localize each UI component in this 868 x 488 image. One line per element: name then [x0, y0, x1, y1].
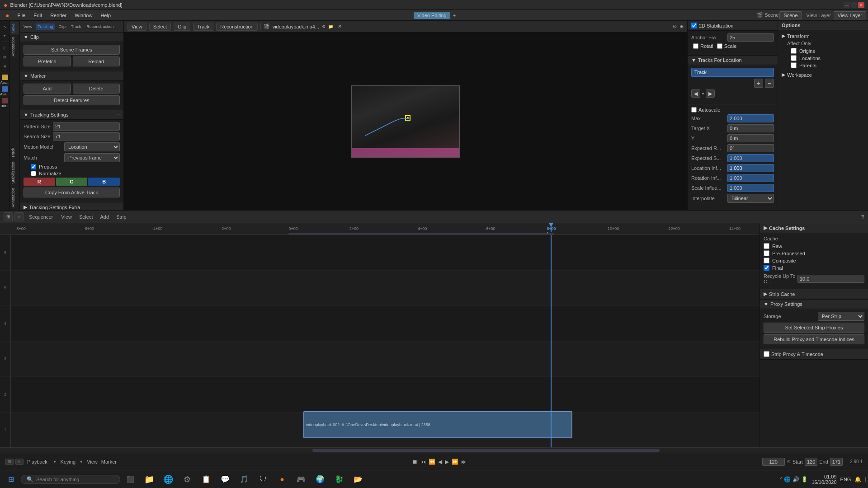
prev-button[interactable]: ◀ [691, 89, 700, 98]
play-reverse-button[interactable]: ◀ [438, 459, 442, 465]
reconstruction-tab[interactable]: Reconstruction [85, 23, 115, 30]
proxy-settings-header[interactable]: ▼ Proxy Settings [760, 300, 868, 309]
clip-tab[interactable]: Clip [57, 23, 68, 30]
playback-menu[interactable]: Playback [27, 459, 47, 465]
tracking-extra-header[interactable]: ▶ Tracking Settings Extra [20, 202, 123, 210]
locations-checkbox[interactable] [791, 55, 797, 61]
step-back-button[interactable]: ⏪ [429, 459, 435, 465]
select-menu-button[interactable]: Select [149, 23, 171, 31]
marker-menu[interactable]: Marker [101, 459, 117, 465]
tracking-settings-options[interactable]: ≡ [117, 113, 120, 117]
target-y-value[interactable]: 0 m [727, 134, 774, 142]
set-selected-strip-proxies-button[interactable]: Set Selected Strip Proxies [764, 323, 864, 333]
r-channel-button[interactable]: R [24, 178, 55, 186]
pre-processed-checkbox[interactable] [764, 250, 769, 256]
save-tab[interactable]: Save [10, 22, 19, 35]
gaming-button[interactable]: 🎮 [292, 471, 310, 488]
stab-enabled-checkbox[interactable] [691, 23, 697, 28]
blender-taskbar-icon[interactable]: ● [273, 471, 291, 488]
autoscale-checkbox[interactable] [691, 107, 697, 113]
expected-s-value[interactable]: 1.000 [727, 154, 774, 162]
maximize-button[interactable]: □ [851, 2, 857, 8]
folder-battlefield[interactable]: Bat... [0, 98, 9, 108]
scale-inf-value[interactable]: 1.000 [727, 184, 774, 192]
battery-icon[interactable]: 🔋 [801, 476, 808, 483]
keying-menu[interactable]: Keying [61, 459, 76, 465]
detect-features-button[interactable]: Detect Features [24, 95, 120, 105]
end-frame-input[interactable]: 171 [830, 458, 843, 466]
b-channel-button[interactable]: B [88, 178, 120, 186]
track-vert-tab[interactable]: Track [10, 146, 19, 160]
view-layer-selector[interactable]: View Layer [834, 11, 866, 19]
track-menu-button[interactable]: Track [193, 23, 213, 31]
spotify-button[interactable]: 🎵 [235, 471, 253, 488]
target-x-value[interactable]: 0 m [727, 124, 774, 132]
next-button[interactable]: ▶ [706, 89, 715, 98]
menu-window[interactable]: Window [71, 12, 96, 19]
file-explorer-button[interactable]: 📁 [140, 471, 158, 488]
raw-checkbox[interactable] [764, 243, 769, 249]
chrome-button[interactable]: 🌍 [311, 471, 329, 488]
motion-model-select[interactable]: Location [64, 142, 120, 151]
close-file-button[interactable]: ✕ [338, 23, 342, 29]
seq-strip-menu[interactable]: Strip [113, 213, 129, 221]
play-button[interactable]: ▶ [445, 459, 449, 465]
add-marker-button[interactable]: Add [24, 84, 71, 94]
track-tab[interactable]: Track [69, 23, 83, 30]
seq-icon-left[interactable]: ⊞ [4, 212, 13, 221]
tracking-tab[interactable]: Tracking [36, 23, 55, 30]
rotation-inf-value[interactable]: 1.000 [727, 174, 774, 182]
expected-r-value[interactable]: 0° [727, 144, 774, 152]
file-settings-icon[interactable]: ⚙ [322, 24, 326, 29]
prepass-checkbox[interactable] [31, 164, 36, 169]
match-select[interactable]: Previous frame [64, 153, 120, 162]
annotation-tab[interactable]: Annotation [10, 35, 19, 58]
menu-help[interactable]: Help [97, 12, 114, 19]
seq-cursor-icon[interactable]: ↖ [15, 459, 24, 465]
seq-horizontal-scrollbar[interactable] [0, 447, 868, 453]
tracking-settings-header[interactable]: ▼ Tracking Settings ≡ [20, 110, 123, 120]
seq-scroll-thumb[interactable] [312, 449, 660, 452]
add-track-button[interactable]: + [754, 79, 763, 88]
pattern-size-input[interactable] [53, 122, 120, 131]
track-name-input[interactable] [691, 68, 774, 77]
composite-checkbox[interactable] [764, 258, 769, 263]
edge-browser-button[interactable]: 🌐 [159, 471, 177, 488]
clip-section-header[interactable]: ▼ Clip [20, 33, 123, 42]
search-size-input[interactable] [53, 132, 120, 141]
seq-select-menu[interactable]: Select [76, 213, 96, 221]
active-workspace-badge[interactable]: Video Editing [414, 12, 450, 19]
marker-section-header[interactable]: ▼ Marker [20, 71, 123, 81]
seq-add-menu[interactable]: Add [97, 213, 112, 221]
close-button[interactable]: ✕ [858, 2, 864, 8]
folder-avatar[interactable]: Ava... [0, 86, 10, 97]
menu-render[interactable]: Render [47, 12, 70, 19]
skip-to-start-button[interactable]: ⏮ [420, 459, 426, 465]
notifications-icon[interactable]: 🔔 [854, 476, 861, 483]
object-icon[interactable]: ⬡ [1, 44, 9, 52]
clock-area[interactable]: 01:09 16/10/2020 [811, 474, 836, 485]
task-view-button[interactable]: ⬛ [121, 471, 139, 488]
recycle-value-input[interactable] [797, 275, 864, 283]
security-button[interactable]: 🛡 [254, 471, 272, 488]
windows-explorer2[interactable]: 📂 [349, 471, 367, 488]
menu-file[interactable]: File [14, 12, 29, 19]
volume-icon[interactable]: 🔊 [793, 476, 799, 483]
set-scene-frames-button[interactable]: Set Scene Frames [24, 45, 120, 55]
anchor-frame-value[interactable]: 25 [727, 33, 774, 42]
start-frame-input[interactable]: 120 [805, 458, 817, 466]
timeline-scroll-thumb[interactable] [288, 233, 554, 235]
final-checkbox[interactable] [764, 265, 769, 271]
origins-checkbox[interactable] [791, 48, 797, 54]
reconstruction-menu-button[interactable]: Reconstruction [216, 23, 257, 31]
location-inf-value[interactable]: 1.000 [727, 164, 774, 172]
transform-section-header[interactable]: ▶ Transform [782, 33, 864, 39]
rebuild-proxy-timecode-button[interactable]: Rebuild Proxy and Timecode Indices [764, 334, 864, 344]
view-tab[interactable]: View [22, 23, 34, 30]
g-channel-button[interactable]: G [56, 178, 88, 186]
menu-blender[interactable]: ● [2, 11, 13, 20]
zoom-fit-icon[interactable]: ⊙ [673, 23, 677, 29]
stop-button[interactable]: ⏹ [412, 459, 418, 465]
strip-proxy-header[interactable]: Strip Proxy & Timecode [760, 349, 868, 359]
sequencer-menu-item[interactable]: Sequencer [25, 213, 57, 221]
